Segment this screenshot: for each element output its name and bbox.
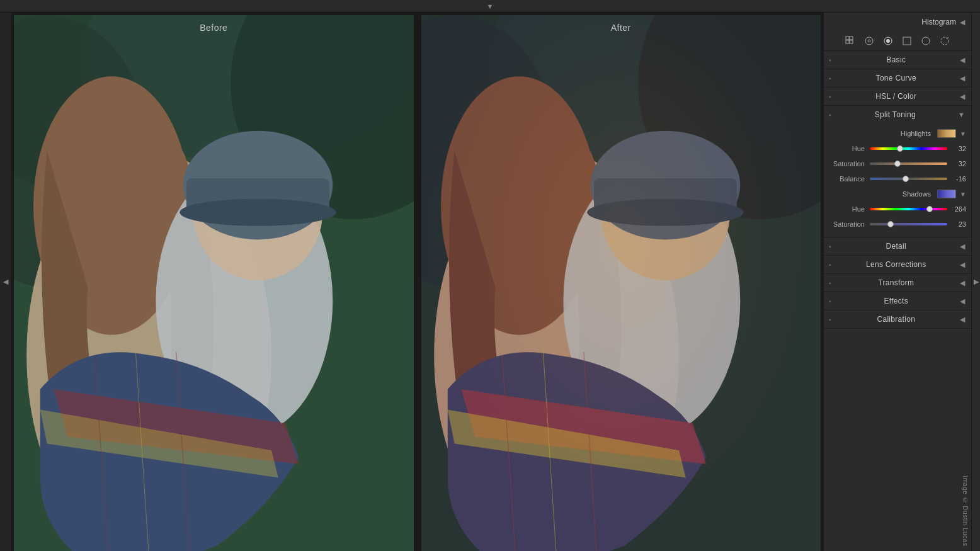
split-toning-collapse-dot: ▪: [829, 111, 831, 118]
tone-curve-title: Tone Curve: [876, 74, 916, 82]
highlights-hue-slider[interactable]: [870, 147, 947, 150]
highlights-label: Highlights: [882, 130, 933, 137]
hsl-title: HSL / Color: [875, 92, 916, 101]
right-expand-arrow: ▶: [974, 278, 979, 286]
lens-corrections-arrow: ◀: [960, 261, 965, 269]
svg-rect-29: [846, 37, 849, 40]
basic-collapse-dot: ▪: [829, 57, 831, 64]
histogram-header: Histogram ◀: [824, 13, 971, 31]
balance-slider[interactable]: [870, 178, 947, 180]
detail-title: Detail: [886, 242, 906, 251]
svg-rect-37: [903, 37, 911, 45]
basic-section: ▪ Basic ◀: [824, 51, 971, 69]
photo-area: Before After: [11, 13, 823, 551]
shadows-hue-row: Hue 264: [824, 202, 971, 217]
shadows-sat-row: Saturation 23: [824, 217, 971, 232]
svg-point-38: [922, 37, 930, 45]
histogram-title: Histogram: [893, 18, 956, 26]
svg-rect-30: [850, 37, 853, 40]
svg-rect-28: [421, 15, 821, 551]
lens-corrections-collapse-dot: ▪: [829, 261, 831, 268]
spot-removal-tool[interactable]: [881, 34, 895, 48]
tone-curve-collapse-dot: ▪: [829, 75, 831, 82]
transform-arrow: ◀: [960, 279, 965, 287]
highlights-sat-value: 32: [947, 160, 966, 168]
after-photo-svg: [421, 15, 821, 551]
transform-section: ▪ Transform ◀: [824, 274, 971, 292]
histogram-collapse[interactable]: ◀: [960, 18, 965, 26]
detail-arrow: ◀: [960, 242, 965, 251]
after-photo: [421, 15, 821, 551]
left-panel-toggle[interactable]: ◀: [0, 13, 11, 551]
red-eye-tool[interactable]: [900, 34, 914, 48]
highlights-sat-slider[interactable]: [870, 162, 947, 165]
tone-curve-arrow: ◀: [960, 74, 965, 82]
svg-rect-31: [846, 40, 849, 43]
shadows-sat-label: Saturation: [829, 220, 870, 228]
before-photo: [14, 15, 414, 551]
effects-header[interactable]: ▪ Effects ◀: [824, 292, 971, 310]
transform-collapse-dot: ▪: [829, 280, 831, 287]
graduated-filter-tool[interactable]: [919, 34, 933, 48]
shadows-dropdown[interactable]: ▼: [960, 191, 966, 198]
calibration-header[interactable]: ▪ Calibration ◀: [824, 310, 971, 328]
grid-tool[interactable]: [843, 34, 857, 48]
svg-point-34: [868, 40, 870, 42]
split-toning-arrow: ▼: [958, 111, 965, 118]
top-bar: ▼: [0, 0, 980, 13]
basic-header[interactable]: ▪ Basic ◀: [824, 51, 971, 69]
highlights-hue-value: 32: [947, 145, 966, 152]
calibration-section: ▪ Calibration ◀: [824, 310, 971, 329]
highlights-row: Highlights ▼: [824, 126, 971, 141]
crop-tool[interactable]: [862, 34, 876, 48]
shadows-hue-label: Hue: [829, 205, 870, 213]
detail-section: ▪ Detail ◀: [824, 237, 971, 256]
adjustment-brush-tool[interactable]: [938, 34, 952, 48]
right-panel-expand[interactable]: ▶: [971, 13, 980, 551]
shadows-hue-slider[interactable]: [870, 208, 947, 210]
right-panel: Histogram ◀: [823, 13, 971, 551]
balance-value: -16: [947, 175, 966, 183]
effects-title: Effects: [884, 297, 908, 305]
tone-curve-header[interactable]: ▪ Tone Curve ◀: [824, 69, 971, 87]
split-toning-header[interactable]: ▪ Split Toning ▼: [824, 106, 971, 123]
detail-collapse-dot: ▪: [829, 243, 831, 250]
highlights-sat-row: Saturation 32: [824, 156, 971, 171]
shadows-swatch[interactable]: [937, 190, 956, 198]
tools-row: [824, 31, 971, 51]
basic-arrow: ◀: [960, 56, 965, 64]
effects-section: ▪ Effects ◀: [824, 292, 971, 310]
after-photo-wrapper: [421, 15, 821, 551]
transform-header[interactable]: ▪ Transform ◀: [824, 274, 971, 292]
highlights-swatch[interactable]: [937, 129, 956, 138]
split-toning-section: ▪ Split Toning ▼ Highlights ▼ Hue: [824, 106, 971, 237]
shadows-sat-value: 23: [947, 220, 966, 228]
main-area: ◀ Before After: [0, 13, 980, 551]
transform-title: Transform: [878, 278, 914, 287]
before-photo-wrapper: [14, 15, 414, 551]
calibration-title: Calibration: [877, 315, 915, 324]
highlights-sat-label: Saturation: [829, 160, 870, 168]
svg-point-36: [886, 39, 890, 43]
lens-corrections-section: ▪ Lens Corrections ◀: [824, 256, 971, 274]
svg-rect-13: [14, 15, 414, 551]
top-arrow: ▼: [487, 3, 494, 10]
hsl-header[interactable]: ▪ HSL / Color ◀: [824, 88, 971, 105]
highlights-dropdown[interactable]: ▼: [960, 130, 966, 137]
svg-point-33: [865, 37, 873, 45]
before-photo-svg: [14, 15, 414, 551]
highlights-hue-label: Hue: [829, 145, 870, 152]
effects-collapse-dot: ▪: [829, 298, 831, 305]
shadows-sat-slider[interactable]: [870, 223, 947, 225]
lens-corrections-title: Lens Corrections: [866, 260, 926, 269]
shadows-hue-value: 264: [947, 205, 966, 213]
effects-arrow: ◀: [960, 297, 965, 305]
detail-header[interactable]: ▪ Detail ◀: [824, 237, 971, 255]
hsl-section: ▪ HSL / Color ◀: [824, 88, 971, 106]
hsl-collapse-dot: ▪: [829, 93, 831, 100]
basic-title: Basic: [886, 55, 906, 64]
lens-corrections-header[interactable]: ▪ Lens Corrections ◀: [824, 256, 971, 273]
split-toning-content: Highlights ▼ Hue 32 Saturation: [824, 123, 971, 237]
tone-curve-section: ▪ Tone Curve ◀: [824, 69, 971, 88]
calibration-collapse-dot: ▪: [829, 316, 831, 323]
